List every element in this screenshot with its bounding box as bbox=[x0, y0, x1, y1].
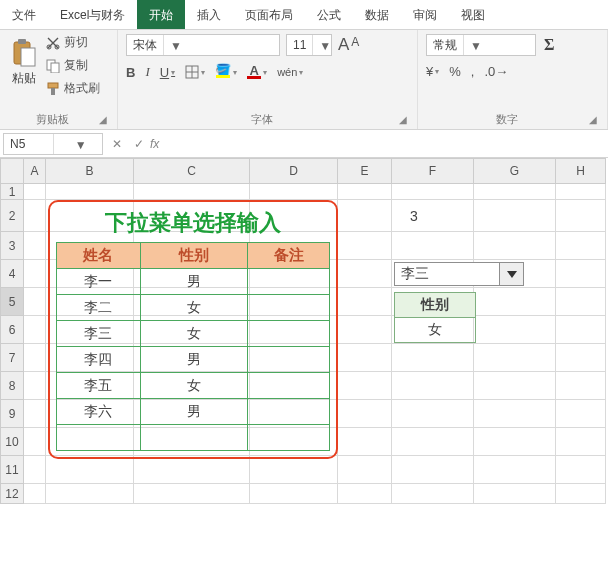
grow-font-button[interactable]: A bbox=[338, 35, 349, 55]
cell[interactable] bbox=[474, 372, 556, 400]
cell[interactable] bbox=[392, 484, 474, 504]
clipboard-launcher[interactable]: ◢ bbox=[97, 114, 109, 125]
tab-5[interactable]: 公式 bbox=[305, 0, 353, 29]
cell[interactable] bbox=[392, 372, 474, 400]
chevron-down-icon[interactable]: ▼ bbox=[53, 134, 103, 154]
name-box[interactable]: N5▼ bbox=[3, 133, 103, 155]
cell[interactable] bbox=[474, 232, 556, 260]
row-header-10[interactable]: 10 bbox=[0, 428, 24, 456]
cell[interactable] bbox=[556, 428, 606, 456]
cell[interactable] bbox=[250, 184, 338, 200]
row-header-9[interactable]: 9 bbox=[0, 400, 24, 428]
chevron-down-icon[interactable]: ▼ bbox=[163, 35, 179, 55]
panel-cell[interactable] bbox=[248, 295, 330, 321]
cell[interactable] bbox=[24, 344, 46, 372]
row-header-8[interactable]: 8 bbox=[0, 372, 24, 400]
cell[interactable] bbox=[24, 484, 46, 504]
cell[interactable] bbox=[46, 484, 134, 504]
cell[interactable] bbox=[556, 316, 606, 344]
chevron-down-icon[interactable]: ▼ bbox=[312, 35, 328, 55]
panel-cell[interactable]: 男 bbox=[140, 347, 248, 373]
cell[interactable] bbox=[474, 316, 556, 344]
font-launcher[interactable]: ◢ bbox=[397, 114, 409, 125]
cell[interactable] bbox=[392, 400, 474, 428]
cell[interactable] bbox=[24, 456, 46, 484]
cell[interactable] bbox=[392, 200, 474, 232]
panel-cell[interactable]: 李一 bbox=[57, 269, 141, 295]
cell[interactable] bbox=[556, 288, 606, 316]
cancel-formula-button[interactable]: ✕ bbox=[106, 137, 128, 151]
cell[interactable] bbox=[556, 184, 606, 200]
panel-cell[interactable]: 李四 bbox=[57, 347, 141, 373]
font-size-combo[interactable]: 11▼ bbox=[286, 34, 332, 56]
row-header-12[interactable]: 12 bbox=[0, 484, 24, 504]
paste-button[interactable]: 粘贴 bbox=[8, 34, 40, 91]
cell[interactable] bbox=[474, 456, 556, 484]
cell[interactable] bbox=[556, 484, 606, 504]
panel-cell[interactable] bbox=[248, 373, 330, 399]
row-header-5[interactable]: 5 bbox=[0, 288, 24, 316]
cell[interactable] bbox=[338, 184, 392, 200]
row-header-7[interactable]: 7 bbox=[0, 344, 24, 372]
phonetic-button[interactable]: wén▾ bbox=[277, 66, 303, 78]
cell[interactable] bbox=[474, 428, 556, 456]
cell[interactable] bbox=[556, 344, 606, 372]
col-header-F[interactable]: F bbox=[392, 158, 474, 184]
panel-cell[interactable] bbox=[248, 321, 330, 347]
cell[interactable] bbox=[338, 200, 392, 232]
name-dropdown[interactable]: 李三 bbox=[394, 262, 524, 286]
cell[interactable] bbox=[556, 400, 606, 428]
cell[interactable] bbox=[338, 484, 392, 504]
col-header-D[interactable]: D bbox=[250, 158, 338, 184]
panel-cell[interactable] bbox=[57, 425, 141, 451]
copy-button[interactable]: 复制 bbox=[46, 57, 100, 74]
col-header-C[interactable]: C bbox=[134, 158, 250, 184]
formula-input[interactable] bbox=[163, 133, 608, 155]
cell[interactable] bbox=[392, 184, 474, 200]
increase-decimal-button[interactable]: .0→ bbox=[484, 64, 508, 79]
col-header-A[interactable]: A bbox=[24, 158, 46, 184]
format-painter-button[interactable]: 格式刷 bbox=[46, 80, 100, 97]
cell[interactable] bbox=[338, 344, 392, 372]
cell[interactable] bbox=[338, 372, 392, 400]
cell[interactable] bbox=[338, 260, 392, 288]
row-header-4[interactable]: 4 bbox=[0, 260, 24, 288]
col-header-E[interactable]: E bbox=[338, 158, 392, 184]
bold-button[interactable]: B bbox=[126, 65, 135, 80]
tab-0[interactable]: 文件 bbox=[0, 0, 48, 29]
cell[interactable] bbox=[474, 200, 556, 232]
cell[interactable] bbox=[134, 184, 250, 200]
underline-button[interactable]: U▾ bbox=[160, 65, 175, 80]
number-format-combo[interactable]: 常规▼ bbox=[426, 34, 536, 56]
panel-cell[interactable]: 李二 bbox=[57, 295, 141, 321]
tab-3[interactable]: 插入 bbox=[185, 0, 233, 29]
cell-f2[interactable]: 3 bbox=[410, 208, 418, 224]
cell[interactable] bbox=[474, 400, 556, 428]
panel-cell[interactable]: 女 bbox=[140, 321, 248, 347]
cell[interactable] bbox=[556, 456, 606, 484]
row-header-3[interactable]: 3 bbox=[0, 232, 24, 260]
cut-button[interactable]: 剪切 bbox=[46, 34, 100, 51]
col-header-B[interactable]: B bbox=[46, 158, 134, 184]
panel-cell[interactable]: 男 bbox=[140, 269, 248, 295]
cell[interactable] bbox=[24, 428, 46, 456]
tab-1[interactable]: Excel与财务 bbox=[48, 0, 137, 29]
dropdown-button[interactable] bbox=[500, 262, 524, 286]
autosum-button[interactable]: Σ bbox=[544, 36, 554, 54]
panel-cell[interactable]: 李五 bbox=[57, 373, 141, 399]
tab-7[interactable]: 审阅 bbox=[401, 0, 449, 29]
cell[interactable] bbox=[556, 200, 606, 232]
confirm-formula-button[interactable]: ✓ bbox=[128, 137, 150, 151]
cell[interactable] bbox=[46, 184, 134, 200]
col-header-H[interactable]: H bbox=[556, 158, 606, 184]
percent-button[interactable]: % bbox=[449, 64, 461, 79]
panel-cell[interactable] bbox=[248, 269, 330, 295]
panel-cell[interactable] bbox=[140, 425, 248, 451]
chevron-down-icon[interactable]: ▼ bbox=[463, 35, 479, 55]
tab-2[interactable]: 开始 bbox=[137, 0, 185, 29]
font-name-combo[interactable]: 宋体▼ bbox=[126, 34, 280, 56]
comma-button[interactable]: , bbox=[471, 64, 475, 79]
panel-cell[interactable]: 男 bbox=[140, 399, 248, 425]
row-header-2[interactable]: 2 bbox=[0, 200, 24, 232]
panel-cell[interactable]: 女 bbox=[140, 295, 248, 321]
